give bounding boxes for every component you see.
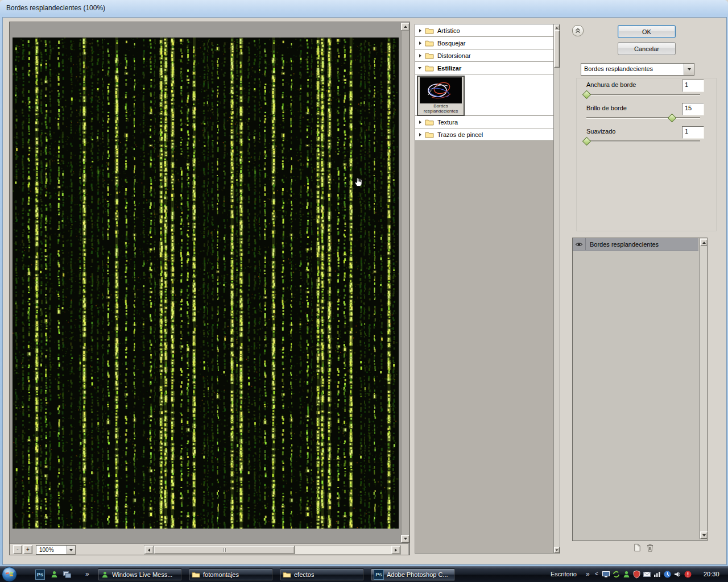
zoom-dropdown-arrow[interactable] (67, 546, 75, 554)
filter-category-trazos-de-pincel[interactable]: Trazos de pincel (415, 128, 555, 141)
quicklaunch-photoshop[interactable]: Ps (35, 569, 45, 579)
folder-icon (192, 571, 200, 579)
delete-effect-layer-button[interactable] (645, 543, 655, 552)
dropdown-arrow-button[interactable] (684, 64, 694, 75)
folder-icon (425, 119, 434, 126)
scroll-down-button[interactable] (401, 535, 410, 543)
brillo-de-borde-value-field[interactable]: 15 (682, 103, 704, 115)
effect-layer-row[interactable]: Bordes resplandecientes (573, 238, 698, 251)
taskbar-button-efectos[interactable]: efectos (280, 568, 364, 581)
quicklaunch-overflow-chevron[interactable]: » (85, 570, 89, 578)
tray-icon-update[interactable] (663, 570, 672, 579)
scroll-up-button[interactable] (700, 239, 708, 246)
category-label: Artístico (437, 27, 460, 34)
taskbar-button-fotomontajes[interactable]: fotomontajes (189, 568, 273, 581)
layers-scrollbar[interactable] (699, 238, 707, 539)
tray-icon-display[interactable] (602, 570, 610, 579)
scrollbar-thumb[interactable] (554, 30, 560, 68)
effect-layer-label: Bordes resplandecientes (590, 241, 659, 248)
tray-icon-network[interactable] (653, 570, 661, 579)
chevron-down-icon (688, 68, 691, 70)
tray-icon-messenger[interactable] (622, 570, 631, 579)
tray-icon-sync[interactable] (612, 570, 621, 579)
quicklaunch-messenger[interactable] (49, 569, 59, 579)
folder-icon (425, 27, 434, 34)
preview-image[interactable] (13, 38, 399, 529)
layer-visibility-toggle[interactable] (573, 238, 586, 250)
arrow-up-icon (556, 27, 559, 28)
eye-icon (575, 242, 583, 247)
slider-label-anchura-de-borde: Anchura de borde (586, 81, 636, 88)
zoom-level-select[interactable]: 100% (36, 545, 76, 555)
desktop-toolbar-label[interactable]: Escritorio (551, 571, 577, 577)
arrow-up-icon (404, 26, 407, 28)
tray-icon-alert[interactable] (684, 570, 692, 579)
folder-icon (425, 131, 434, 138)
filter-gallery-window: Bordes resplandecientes (100%) - + 100% (0, 0, 728, 566)
collapse-filter-list-button[interactable] (572, 25, 584, 36)
thumbnail-label-line1: Bordes (418, 103, 464, 109)
desktop-toolbar-overflow-chevron[interactable]: » (586, 570, 590, 578)
zoom-level-value: 100% (39, 547, 54, 553)
taskbar-button-adobe-photoshop[interactable]: Ps Adobe Photoshop C... (371, 568, 455, 581)
ok-button-label: OK (642, 28, 651, 35)
tray-icon-security-shield[interactable] (632, 570, 641, 579)
filter-list-scrollbar[interactable] (553, 24, 560, 554)
start-button[interactable] (2, 567, 17, 582)
window-titlebar[interactable]: Bordes resplandecientes (100%) (0, 0, 728, 17)
preview-horizontal-scrollbar[interactable] (144, 545, 401, 555)
quicklaunch-window[interactable] (62, 569, 72, 579)
zoom-in-label: + (26, 547, 30, 552)
ok-button[interactable]: OK (618, 25, 676, 38)
filter-thumbnail-image (420, 77, 462, 103)
scroll-down-button[interactable] (700, 531, 708, 539)
zoom-out-button[interactable]: - (13, 545, 22, 554)
expand-arrow-icon (419, 41, 421, 45)
category-label: Textura (437, 119, 458, 126)
filter-category-artistico[interactable]: Artístico (415, 24, 555, 37)
expand-arrow-icon (419, 120, 421, 124)
collapse-arrow-icon (418, 67, 421, 69)
anchura-de-borde-value-field[interactable]: 1 (682, 80, 704, 92)
filter-category-panel: Artístico Bosquejar Distorsionar Estiliz… (415, 24, 560, 552)
taskbar-button-label: efectos (294, 571, 314, 578)
arrow-down-icon (556, 549, 559, 551)
window-icon (63, 571, 72, 579)
thumbnail-label-line2: resplandecientes (418, 109, 464, 114)
double-chevron-up-icon (575, 28, 581, 34)
scrollbar-thumb[interactable] (154, 546, 295, 554)
zoom-in-button[interactable]: + (23, 545, 32, 554)
filter-category-textura[interactable]: Textura (415, 116, 555, 128)
arrow-right-icon (395, 548, 397, 552)
preview-vertical-scrollbar[interactable] (400, 22, 410, 543)
scroll-right-button[interactable] (391, 546, 400, 554)
tray-expand-chevron[interactable]: < (595, 571, 598, 577)
scrollbar-thumb[interactable] (401, 30, 410, 536)
taskbar-clock[interactable]: 20:30 (704, 571, 719, 577)
scroll-down-button[interactable] (554, 547, 560, 553)
filter-category-distorsionar[interactable]: Distorsionar (415, 49, 555, 62)
suavizado-value-field[interactable]: 1 (682, 126, 704, 139)
tray-icon-volume[interactable] (673, 570, 682, 579)
arrow-down-icon (702, 534, 706, 537)
cancel-button[interactable]: Cancelar (618, 42, 676, 55)
filter-category-estilizar[interactable]: Estilizar (415, 62, 555, 74)
scroll-left-button[interactable] (144, 546, 154, 554)
brillo-de-borde-slider[interactable] (586, 117, 700, 118)
taskbar-button-windows-live-messenger[interactable]: Windows Live Mess... (98, 568, 182, 581)
scroll-up-button[interactable] (401, 23, 410, 31)
filter-thumbnail-bordes-resplandecientes[interactable]: Bordes resplandecientes (417, 76, 465, 116)
filter-select-dropdown[interactable]: Bordes resplandecientes (581, 63, 694, 76)
suavizado-slider[interactable] (586, 140, 700, 142)
arrow-down-icon (404, 538, 407, 540)
trash-icon (646, 543, 654, 552)
zoom-out-label: - (16, 547, 18, 552)
new-effect-layer-button[interactable] (632, 543, 642, 552)
messenger-icon (101, 571, 109, 579)
open-folder-icon (425, 65, 434, 72)
tray-icon-mail[interactable] (643, 570, 651, 579)
effect-layers-panel: Bordes resplandecientes (572, 238, 708, 541)
filter-category-bosquejar[interactable]: Bosquejar (415, 37, 555, 49)
new-layer-icon (633, 543, 642, 552)
anchura-de-borde-slider[interactable] (586, 94, 700, 95)
